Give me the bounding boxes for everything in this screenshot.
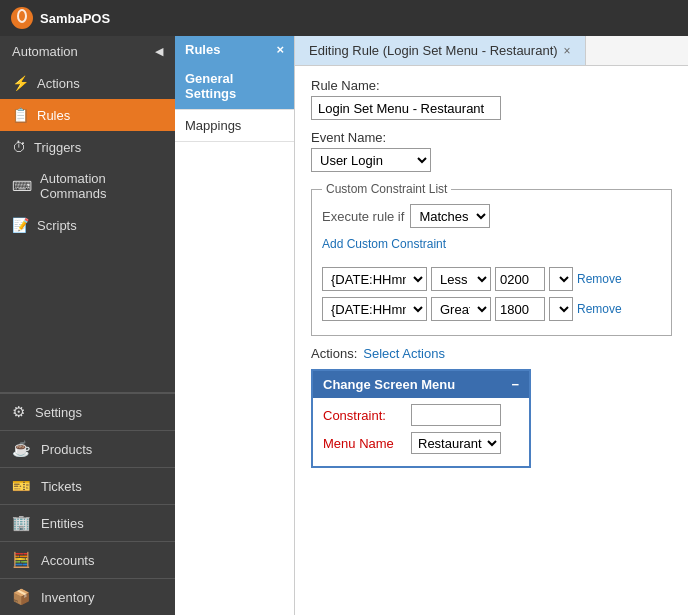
entities-label: Entities	[41, 516, 84, 531]
app-name: SambaPOS	[40, 11, 110, 26]
app-logo: SambaPOS	[10, 6, 110, 30]
sidebar-automation-header[interactable]: Automation ◀	[0, 36, 175, 67]
bottom-nav-entities[interactable]: 🏢 Entities	[0, 504, 175, 541]
add-custom-constraint-link[interactable]: Add Custom Constraint	[322, 237, 446, 251]
action-block-body: Constraint: Menu Name Restaurant	[313, 398, 529, 466]
action-menu-name-label: Menu Name	[323, 436, 403, 451]
sidebar-item-scripts[interactable]: 📝 Scripts	[0, 209, 175, 241]
constraint-1-val-select[interactable]: ▼	[549, 297, 573, 321]
mid-panel-tabs: General Settings Mappings	[175, 63, 294, 142]
actions-row: Actions: Select Actions	[311, 346, 672, 361]
sidebar-item-automation-commands-label: Automation Commands	[40, 171, 163, 201]
constraint-row-1: {DATE:HHmm} Greater Less ▼ Remove	[322, 297, 661, 321]
accounts-icon: 🧮	[12, 551, 31, 569]
automation-commands-icon: ⌨	[12, 178, 32, 194]
execute-rule-row: Execute rule if Matches All Any	[322, 204, 661, 228]
edit-panel: Editing Rule (Login Set Menu - Restauran…	[295, 36, 688, 615]
sidebar-collapse-arrow: ◀	[155, 45, 163, 58]
constraint-row-0: {DATE:HHmm} Less Greater ▼ Remove	[322, 267, 661, 291]
action-constraint-row: Constraint:	[323, 404, 519, 426]
settings-icon: ⚙	[12, 403, 25, 421]
scripts-icon: 📝	[12, 217, 29, 233]
sidebar-automation-label: Automation	[12, 44, 78, 59]
svg-point-2	[19, 11, 25, 21]
constraint-1-value[interactable]	[495, 297, 545, 321]
actions-icon: ⚡	[12, 75, 29, 91]
tab-general-settings[interactable]: General Settings	[175, 63, 294, 110]
top-bar: SambaPOS	[0, 0, 688, 36]
edit-content: Rule Name: Event Name: User Login Order …	[295, 66, 688, 615]
edit-tab-close[interactable]: ×	[564, 44, 571, 58]
constraint-0-field[interactable]: {DATE:HHmm}	[322, 267, 427, 291]
tickets-icon: 🎫	[12, 477, 31, 495]
tab-general-settings-label: General Settings	[185, 71, 236, 101]
tab-mappings-label: Mappings	[185, 118, 241, 133]
inventory-label: Inventory	[41, 590, 94, 605]
sidebar-item-triggers-label: Triggers	[34, 140, 81, 155]
constraint-1-remove[interactable]: Remove	[577, 302, 622, 316]
action-block: Change Screen Menu − Constraint: Menu Na…	[311, 369, 531, 468]
inventory-icon: 📦	[12, 588, 31, 606]
entities-icon: 🏢	[12, 514, 31, 532]
constraint-0-operator[interactable]: Less Greater	[431, 267, 491, 291]
sidebar-item-actions[interactable]: ⚡ Actions	[0, 67, 175, 99]
event-name-row: Event Name: User Login Order Added	[311, 130, 672, 172]
constraint-legend: Custom Constraint List	[322, 182, 451, 196]
sidebar-item-rules-label: Rules	[37, 108, 70, 123]
bottom-nav-settings[interactable]: ⚙ Settings	[0, 393, 175, 430]
action-block-collapse[interactable]: −	[511, 377, 519, 392]
constraint-0-remove[interactable]: Remove	[577, 272, 622, 286]
tickets-label: Tickets	[41, 479, 82, 494]
rule-name-row: Rule Name:	[311, 78, 672, 120]
rules-icon: 📋	[12, 107, 29, 123]
action-menu-name-row: Menu Name Restaurant	[323, 432, 519, 454]
rule-name-label: Rule Name:	[311, 78, 672, 93]
sidebar: Automation ◀ ⚡ Actions 📋 Rules ⏱ Trigger…	[0, 36, 175, 615]
action-menu-name-select[interactable]: Restaurant	[411, 432, 501, 454]
sidebar-item-scripts-label: Scripts	[37, 218, 77, 233]
bottom-nav-inventory[interactable]: 📦 Inventory	[0, 578, 175, 615]
sidebar-item-automation-commands[interactable]: ⌨ Automation Commands	[0, 163, 175, 209]
mid-panel: Rules × General Settings Mappings	[175, 36, 295, 615]
constraint-0-val-select[interactable]: ▼	[549, 267, 573, 291]
select-actions-link[interactable]: Select Actions	[363, 346, 445, 361]
action-constraint-label: Constraint:	[323, 408, 403, 423]
products-label: Products	[41, 442, 92, 457]
settings-label: Settings	[35, 405, 82, 420]
bottom-nav-products[interactable]: ☕ Products	[0, 430, 175, 467]
mid-panel-title: Rules	[185, 42, 220, 57]
event-name-select[interactable]: User Login Order Added	[311, 148, 431, 172]
tab-mappings[interactable]: Mappings	[175, 110, 294, 142]
constraint-fieldset: Custom Constraint List Execute rule if M…	[311, 182, 672, 336]
rule-name-input[interactable]	[311, 96, 501, 120]
constraint-1-field[interactable]: {DATE:HHmm}	[322, 297, 427, 321]
action-block-header: Change Screen Menu −	[313, 371, 529, 398]
event-name-label: Event Name:	[311, 130, 672, 145]
constraint-1-operator[interactable]: Greater Less	[431, 297, 491, 321]
logo-icon	[10, 6, 34, 30]
mid-panel-header: Rules ×	[175, 36, 294, 63]
bottom-nav-tickets[interactable]: 🎫 Tickets	[0, 467, 175, 504]
main-layout: Automation ◀ ⚡ Actions 📋 Rules ⏱ Trigger…	[0, 36, 688, 615]
execute-select[interactable]: Matches All Any	[410, 204, 490, 228]
actions-label: Actions:	[311, 346, 357, 361]
execute-label: Execute rule if	[322, 209, 404, 224]
sidebar-item-rules[interactable]: 📋 Rules	[0, 99, 175, 131]
action-block-title: Change Screen Menu	[323, 377, 455, 392]
sidebar-bottom: ⚙ Settings ☕ Products 🎫 Tickets 🏢 Entiti…	[0, 392, 175, 615]
action-constraint-input[interactable]	[411, 404, 501, 426]
bottom-nav-accounts[interactable]: 🧮 Accounts	[0, 541, 175, 578]
accounts-label: Accounts	[41, 553, 94, 568]
mid-panel-close[interactable]: ×	[276, 42, 284, 57]
triggers-icon: ⏱	[12, 139, 26, 155]
edit-tab-title: Editing Rule (Login Set Menu - Restauran…	[309, 43, 558, 58]
products-icon: ☕	[12, 440, 31, 458]
sidebar-item-triggers[interactable]: ⏱ Triggers	[0, 131, 175, 163]
edit-tab[interactable]: Editing Rule (Login Set Menu - Restauran…	[295, 36, 586, 65]
constraint-0-value[interactable]	[495, 267, 545, 291]
sidebar-item-actions-label: Actions	[37, 76, 80, 91]
edit-tab-bar: Editing Rule (Login Set Menu - Restauran…	[295, 36, 688, 66]
